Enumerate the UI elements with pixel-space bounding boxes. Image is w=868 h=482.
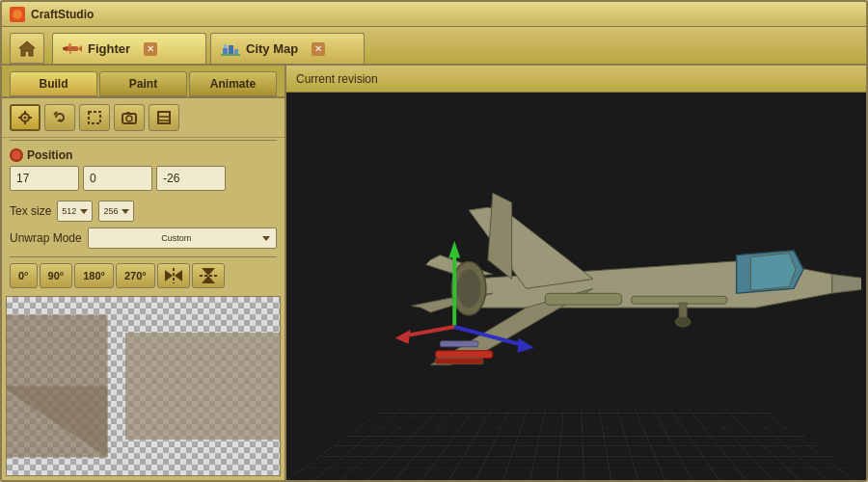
svg-point-13 bbox=[24, 117, 27, 120]
unwrap-mode-row: Unwrap Mode Custom bbox=[2, 226, 285, 254]
svg-marker-45 bbox=[448, 241, 460, 258]
home-button[interactable] bbox=[10, 33, 44, 64]
citymap-tab-icon bbox=[221, 40, 240, 58]
citymap-tab-close[interactable]: ✕ bbox=[312, 42, 325, 56]
svg-rect-5 bbox=[68, 43, 71, 47]
svg-rect-6 bbox=[69, 51, 71, 54]
tex-size-1-arrow bbox=[80, 209, 88, 214]
svg-rect-37 bbox=[545, 293, 621, 305]
tex-size-select-2[interactable]: 256 bbox=[98, 201, 134, 222]
tab-animate[interactable]: Animate bbox=[189, 71, 277, 96]
position-pin-icon bbox=[10, 148, 23, 162]
rotate-tool-icon bbox=[51, 109, 68, 126]
main-window: CraftStudio Fighter ✕ bbox=[0, 0, 868, 482]
position-inputs bbox=[10, 166, 277, 191]
viewport-bar-label: Current revision bbox=[296, 72, 378, 86]
svg-point-0 bbox=[13, 10, 22, 19]
svg-rect-10 bbox=[224, 44, 227, 48]
svg-marker-3 bbox=[78, 45, 82, 52]
position-tool-icon bbox=[16, 109, 34, 126]
svg-rect-41 bbox=[440, 341, 478, 347]
tex-size-row: Tex size 512 256 bbox=[2, 197, 285, 226]
unwrap-mode-select[interactable]: Custom bbox=[88, 228, 277, 249]
svg-rect-11 bbox=[221, 54, 240, 56]
svg-marker-49 bbox=[518, 338, 534, 353]
app-icon bbox=[10, 7, 25, 22]
fighter-plane-svg bbox=[306, 107, 861, 432]
mode-tabs: Build Paint Animate bbox=[2, 66, 285, 98]
svg-rect-34 bbox=[125, 333, 280, 440]
camera-tool-icon bbox=[121, 109, 138, 126]
layer-tool-icon bbox=[155, 109, 173, 126]
titlebar: CraftStudio bbox=[2, 2, 866, 27]
divider-1 bbox=[10, 140, 277, 141]
main-content: Build Paint Animate bbox=[2, 66, 866, 480]
viewport-canvas[interactable] bbox=[286, 93, 866, 480]
svg-marker-1 bbox=[19, 41, 35, 56]
position-z-input[interactable] bbox=[156, 166, 226, 191]
fighter-tab-icon bbox=[63, 40, 82, 58]
app-title: CraftStudio bbox=[31, 8, 94, 21]
tab-paint[interactable]: Paint bbox=[99, 71, 187, 96]
tool-select-btn[interactable] bbox=[79, 104, 110, 131]
unwrap-mode-label: Unwrap Mode bbox=[10, 231, 82, 245]
rot-270-btn[interactable]: 270° bbox=[116, 263, 155, 288]
rot-180-btn[interactable]: 180° bbox=[74, 263, 114, 288]
tabbar: Fighter ✕ City Map ✕ bbox=[2, 27, 866, 66]
viewport: Current revision bbox=[286, 66, 866, 480]
tab-fighter[interactable]: Fighter ✕ bbox=[52, 33, 206, 64]
svg-rect-39 bbox=[435, 351, 492, 359]
svg-marker-31 bbox=[202, 276, 215, 283]
position-label: Position bbox=[10, 148, 277, 162]
left-panel: Build Paint Animate bbox=[2, 66, 286, 480]
svg-point-22 bbox=[126, 116, 132, 121]
rot-0-btn[interactable]: 0° bbox=[10, 263, 38, 288]
position-x-input[interactable] bbox=[10, 166, 79, 191]
tool-rotate-btn[interactable] bbox=[44, 104, 75, 131]
svg-marker-27 bbox=[165, 270, 173, 281]
svg-rect-23 bbox=[126, 112, 130, 115]
rot-90-btn[interactable]: 90° bbox=[40, 263, 73, 288]
rotation-row: 0° 90° 180° 270° bbox=[2, 259, 285, 292]
flip-h-btn[interactable] bbox=[157, 263, 190, 288]
svg-marker-30 bbox=[202, 268, 215, 276]
texture-preview bbox=[6, 296, 281, 476]
tool-camera-btn[interactable] bbox=[114, 104, 145, 131]
tex-size-select-1[interactable]: 512 bbox=[57, 201, 93, 222]
tab-citymap[interactable]: City Map ✕ bbox=[210, 33, 365, 64]
tex-size-label: Tex size bbox=[10, 204, 51, 218]
flip-v-icon bbox=[198, 266, 219, 285]
svg-point-43 bbox=[675, 317, 691, 327]
svg-marker-28 bbox=[175, 270, 182, 281]
svg-rect-24 bbox=[158, 112, 170, 123]
svg-rect-4 bbox=[63, 47, 68, 50]
fighter-tab-close[interactable]: ✕ bbox=[144, 42, 157, 56]
tool-layer-btn[interactable] bbox=[149, 104, 179, 131]
divider-2 bbox=[10, 256, 277, 257]
svg-marker-47 bbox=[395, 330, 411, 344]
select-tool-icon bbox=[86, 109, 103, 126]
fighter-tab-label: Fighter bbox=[88, 41, 130, 56]
position-section: Position bbox=[2, 143, 285, 197]
tex-size-2-arrow bbox=[122, 209, 129, 214]
unwrap-mode-arrow bbox=[262, 236, 270, 241]
svg-rect-20 bbox=[89, 112, 100, 123]
flip-h-icon bbox=[163, 266, 184, 285]
svg-rect-40 bbox=[435, 359, 483, 364]
tool-toolbar bbox=[2, 98, 285, 138]
position-y-input[interactable] bbox=[83, 166, 152, 191]
citymap-tab-label: City Map bbox=[246, 41, 298, 56]
tab-build[interactable]: Build bbox=[10, 71, 97, 96]
svg-point-36 bbox=[457, 270, 480, 308]
flip-v-btn[interactable] bbox=[192, 263, 225, 288]
fighter-plane-container bbox=[306, 107, 861, 432]
tool-position-btn[interactable] bbox=[10, 104, 41, 131]
viewport-bar: Current revision bbox=[286, 66, 866, 93]
